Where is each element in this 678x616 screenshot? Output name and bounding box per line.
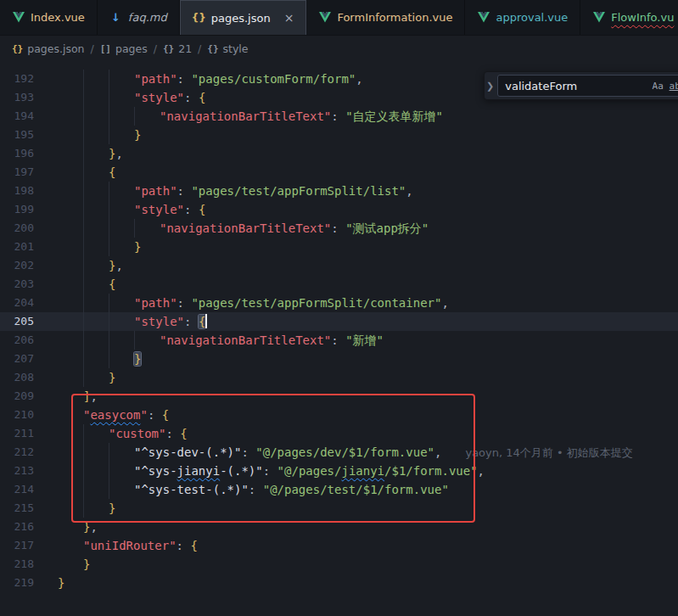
line-number[interactable]: 217: [0, 536, 34, 555]
code-line-200[interactable]: 200"navigationBarTitleText": "测试app拆分": [0, 219, 678, 238]
line-number[interactable]: 216: [0, 518, 34, 536]
code-line-211[interactable]: 211"custom": {: [0, 424, 678, 443]
line-number[interactable]: 206: [0, 331, 34, 350]
indent-guide: [58, 144, 83, 163]
code-line-202[interactable]: 202},: [0, 256, 678, 275]
line-number[interactable]: 201: [0, 238, 34, 256]
token: :: [331, 333, 345, 347]
line-number[interactable]: 204: [0, 294, 34, 312]
code-line-219[interactable]: 219}: [0, 574, 678, 592]
line-number[interactable]: 213: [0, 462, 34, 480]
token: "custom": [109, 427, 165, 440]
breadcrumb-item-21[interactable]: {}21: [163, 42, 192, 55]
code-line-209[interactable]: 209],: [0, 387, 678, 406]
line-content: }: [58, 238, 141, 256]
line-number[interactable]: 209: [0, 387, 34, 406]
code-line-198[interactable]: 198"path": "pages/test/appFormSplit/list…: [0, 182, 678, 200]
line-content: {: [58, 163, 115, 182]
close-icon[interactable]: ×: [284, 12, 294, 24]
whole-word-toggle[interactable]: ab: [666, 77, 678, 94]
line-number[interactable]: 203: [0, 275, 34, 294]
token: -(.*)": [220, 464, 263, 478]
code-line-195[interactable]: 195}: [0, 126, 678, 144]
line-number[interactable]: 192: [0, 70, 34, 88]
code-line-216[interactable]: 216},: [0, 518, 678, 536]
tab-FormInformation.vue[interactable]: FormInformation.vue: [306, 0, 465, 35]
code-line-197[interactable]: 197{: [0, 163, 678, 182]
code-line-201[interactable]: 201}: [0, 238, 678, 256]
line-number[interactable]: 218: [0, 555, 34, 574]
line-number[interactable]: 193: [0, 88, 34, 107]
code-line-210[interactable]: 210"easycom": {: [0, 406, 678, 424]
line-number[interactable]: 219: [0, 574, 34, 592]
git-blame-annotation: yaoyn, 14个月前 • 初始版本提交: [465, 446, 632, 459]
breadcrumb-item-pages[interactable]: []pages: [100, 42, 148, 55]
line-number[interactable]: 199: [0, 200, 34, 219]
line-number[interactable]: 214: [0, 480, 34, 499]
code-line-205[interactable]: 205"style": {: [0, 312, 678, 331]
line-number[interactable]: 194: [0, 107, 34, 126]
indent-guide: [83, 256, 109, 275]
toggle-replace-chevron[interactable]: ❯: [486, 81, 494, 92]
code-line-217[interactable]: 217"uniIdRouter": {: [0, 536, 678, 555]
code-line-214[interactable]: 214"^sys-test-(.*)": "@/pages/test/$1/fo…: [0, 480, 678, 499]
code-line-196[interactable]: 196},: [0, 144, 678, 163]
line-number[interactable]: 197: [0, 163, 34, 182]
token: }: [58, 576, 64, 590]
indent-guide: [83, 126, 109, 144]
indent-guide: [109, 462, 134, 480]
code-line-207[interactable]: 207}: [0, 350, 678, 368]
code-line-194[interactable]: 194"navigationBarTitleText": "自定义表单新增": [0, 107, 678, 126]
indent-guide: [83, 294, 109, 312]
token: "navigationBarTitleText": [160, 333, 331, 347]
indent-guide: [83, 350, 109, 368]
indent-guide: [83, 331, 109, 350]
indent-guide: [58, 219, 83, 238]
code-line-206[interactable]: 206"navigationBarTitleText": "新增": [0, 331, 678, 350]
indent-guide: [109, 126, 134, 144]
tab-Index.vue[interactable]: Index.vue: [0, 0, 98, 35]
breadcrumb-item-style[interactable]: {}style: [207, 42, 248, 55]
line-number[interactable]: 205: [0, 312, 34, 331]
line-number[interactable]: 196: [0, 144, 34, 163]
editor[interactable]: 192"path": "pages/customForm/form",193"s…: [0, 61, 678, 616]
line-number[interactable]: 198: [0, 182, 34, 200]
line-number[interactable]: 195: [0, 126, 34, 144]
line-number[interactable]: 210: [0, 406, 34, 424]
breadcrumb-item-pages.json[interactable]: {}pages.json: [12, 42, 85, 55]
line-number[interactable]: 207: [0, 350, 34, 368]
tab-pages.json[interactable]: {}pages.json×: [180, 0, 307, 35]
tab-faq.md[interactable]: ↓faq.md: [98, 0, 180, 35]
symbol-object-icon: {}: [163, 43, 174, 54]
code-line-204[interactable]: 204"path": "pages/test/appFormSplit/cont…: [0, 294, 678, 312]
tab-FlowInfo.vu[interactable]: FlowInfo.vu: [580, 0, 678, 35]
line-number[interactable]: 215: [0, 499, 34, 518]
line-number[interactable]: 211: [0, 424, 34, 443]
code-line-218[interactable]: 218}: [0, 555, 678, 574]
line-content: }: [58, 368, 115, 387]
indent-guide: [109, 350, 134, 368]
code-line-199[interactable]: 199"style": {: [0, 200, 678, 219]
breadcrumb-label: pages: [115, 42, 148, 55]
code-lines: 192"path": "pages/customForm/form",193"s…: [0, 70, 678, 592]
code-line-208[interactable]: 208}: [0, 368, 678, 387]
code-line-203[interactable]: 203{: [0, 275, 678, 294]
line-number[interactable]: 208: [0, 368, 34, 387]
line-number[interactable]: 212: [0, 443, 34, 462]
find-input[interactable]: [505, 80, 649, 92]
match-case-toggle[interactable]: Aa: [649, 77, 666, 94]
token: /$1/form.vue": [384, 464, 478, 478]
code-line-215[interactable]: 215}: [0, 499, 678, 518]
token: jianyi: [177, 464, 221, 478]
token: ": [140, 408, 147, 422]
line-number[interactable]: 200: [0, 219, 34, 238]
token: :: [177, 296, 192, 310]
tab-approval.vue[interactable]: approval.vue: [465, 0, 580, 35]
token: ,: [406, 184, 412, 198]
line-number[interactable]: 202: [0, 256, 34, 275]
code-line-212[interactable]: 212"^sys-dev-(.*)": "@/pages/dev/$1/form…: [0, 443, 678, 462]
code-line-213[interactable]: 213"^sys-jianyi-(.*)": "@/pages/jianyi/$…: [0, 462, 678, 480]
vue-icon: [12, 12, 25, 23]
indent-guide: [58, 126, 83, 144]
token: "pages/customForm/form": [191, 72, 356, 86]
